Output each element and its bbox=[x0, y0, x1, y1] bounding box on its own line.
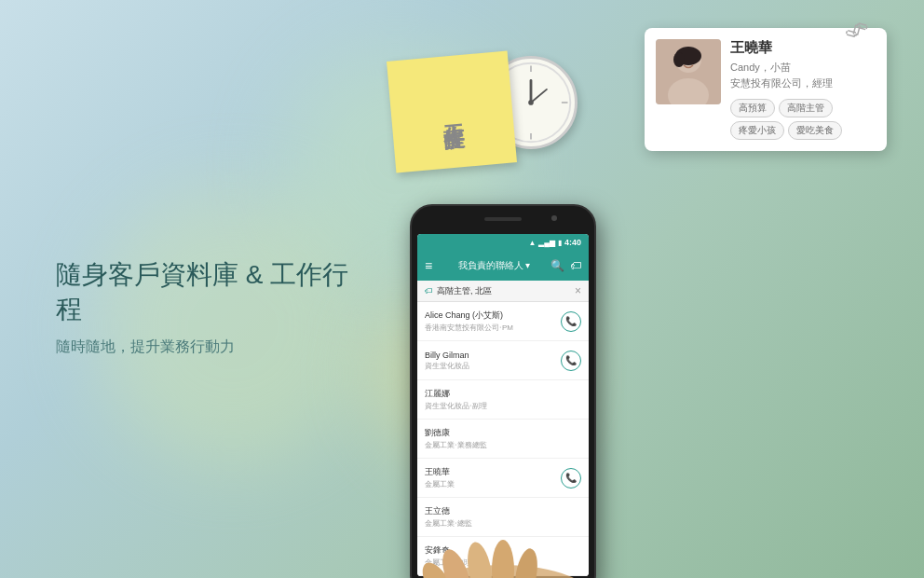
phone-camera bbox=[551, 215, 557, 221]
signal-icon: ▂▄▆ bbox=[538, 239, 555, 247]
svg-point-7 bbox=[528, 100, 534, 105]
contact-detail: 香港南安慧投有限公司‧PM bbox=[425, 323, 561, 333]
tag-icon[interactable]: 🏷 bbox=[570, 259, 581, 272]
header-title[interactable]: 我負責的聯絡人 ▾ bbox=[438, 259, 550, 272]
status-bar: ▲ ▂▄▆ ▮ 4:40 bbox=[417, 234, 589, 251]
filter-text: 高階主管, 北區 bbox=[437, 285, 575, 297]
profile-detail-2: 安慧投有限公司，經理 bbox=[730, 76, 876, 90]
contact-info: 江麗娜資生堂化妝品‧副理 bbox=[425, 388, 581, 411]
filter-bar: 🏷 高階主管, 北區 × bbox=[417, 281, 589, 302]
app-header: ≡ 我負責的聯絡人 ▾ 🔍 🏷 bbox=[417, 251, 589, 281]
contact-name: 江麗娜 bbox=[425, 388, 581, 400]
filter-icon: 🏷 bbox=[425, 286, 433, 296]
contact-item[interactable]: 劉德康金屬工業‧業務總監 bbox=[417, 420, 589, 459]
contact-item[interactable]: Alice Chang (小艾斯)香港南安慧投有限公司‧PM📞 bbox=[417, 302, 589, 341]
profile-tag: 高階主管 bbox=[779, 99, 833, 117]
search-icon[interactable]: 🔍 bbox=[550, 259, 564, 272]
svg-point-12 bbox=[673, 52, 685, 67]
contact-call-button[interactable]: 📞 bbox=[561, 468, 581, 489]
contact-info: Alice Chang (小艾斯)香港南安慧投有限公司‧PM bbox=[425, 310, 561, 333]
hamburger-icon[interactable]: ≡ bbox=[425, 258, 432, 273]
profile-tags: 高預算高階主管疼愛小孩愛吃美食 bbox=[730, 99, 876, 140]
headline: 隨身客戶資料庫 & 工作行程 bbox=[56, 258, 373, 326]
filter-close-icon[interactable]: × bbox=[575, 284, 581, 297]
contact-item[interactable]: 王曉華金屬工業📞 bbox=[417, 459, 589, 498]
profile-card-inner: 王曉華 Candy，小苗 安慧投有限公司，經理 高預算高階主管疼愛小孩愛吃美食 bbox=[656, 39, 876, 140]
contact-info: Billy Gilman資生堂化妝品 bbox=[425, 351, 561, 371]
contact-detail: 資生堂化妝品‧副理 bbox=[425, 401, 581, 411]
subheadline: 隨時隨地，提升業務行動力 bbox=[56, 337, 373, 357]
right-area: 工作提醒 bbox=[373, 0, 924, 578]
profile-tag: 愛吃美食 bbox=[788, 121, 842, 140]
sticky-note-text: 工作提醒 bbox=[438, 107, 467, 117]
contact-name: 王曉華 bbox=[425, 466, 561, 478]
contact-detail: 金屬工業 bbox=[425, 479, 561, 489]
contact-info: 王曉華金屬工業 bbox=[425, 466, 561, 489]
svg-point-18 bbox=[492, 540, 514, 578]
wifi-icon: ▲ bbox=[528, 239, 536, 247]
profile-tag: 高預算 bbox=[730, 99, 775, 117]
battery-icon: ▮ bbox=[558, 239, 562, 247]
profile-detail-1: Candy，小苗 bbox=[730, 61, 876, 75]
contact-name: 劉德康 bbox=[425, 427, 581, 439]
contact-call-button[interactable]: 📞 bbox=[561, 351, 581, 371]
contact-name: Billy Gilman bbox=[425, 351, 561, 360]
main-content: 隨身客戶資料庫 & 工作行程 隨時隨地，提升業務行動力 工作提醒 bbox=[0, 0, 924, 578]
contact-detail: 資生堂化妝品 bbox=[425, 361, 561, 371]
phone-speaker bbox=[484, 217, 522, 221]
contact-item[interactable]: Billy Gilman資生堂化妝品📞 bbox=[417, 341, 589, 380]
profile-avatar bbox=[656, 39, 721, 104]
contact-call-button[interactable]: 📞 bbox=[561, 311, 581, 332]
phone-container: ▲ ▂▄▆ ▮ 4:40 ≡ 我負責的聯絡人 ▾ 🔍 bbox=[410, 204, 596, 578]
phone-hand: ▲ ▂▄▆ ▮ 4:40 ≡ 我負責的聯絡人 ▾ 🔍 bbox=[410, 204, 596, 578]
status-bar-icons: ▲ ▂▄▆ ▮ 4:40 bbox=[528, 238, 581, 247]
sticky-note: 工作提醒 bbox=[387, 51, 517, 173]
left-text-area: 隨身客戶資料庫 & 工作行程 隨時隨地，提升業務行動力 bbox=[0, 221, 373, 357]
contact-item[interactable]: 江麗娜資生堂化妝品‧副理 bbox=[417, 380, 589, 420]
contact-name: Alice Chang (小艾斯) bbox=[425, 310, 561, 322]
profile-tag: 疼愛小孩 bbox=[730, 121, 784, 140]
status-time: 4:40 bbox=[564, 238, 581, 247]
profile-info: 王曉華 Candy，小苗 安慧投有限公司，經理 高預算高階主管疼愛小孩愛吃美食 bbox=[730, 39, 876, 140]
contact-info: 劉德康金屬工業‧業務總監 bbox=[425, 427, 581, 450]
contact-detail: 金屬工業‧業務總監 bbox=[425, 440, 581, 450]
hand-svg bbox=[373, 500, 633, 578]
profile-card: 🖇 王曉華 bbox=[645, 28, 887, 151]
header-icons: 🔍 🏷 bbox=[550, 259, 581, 272]
